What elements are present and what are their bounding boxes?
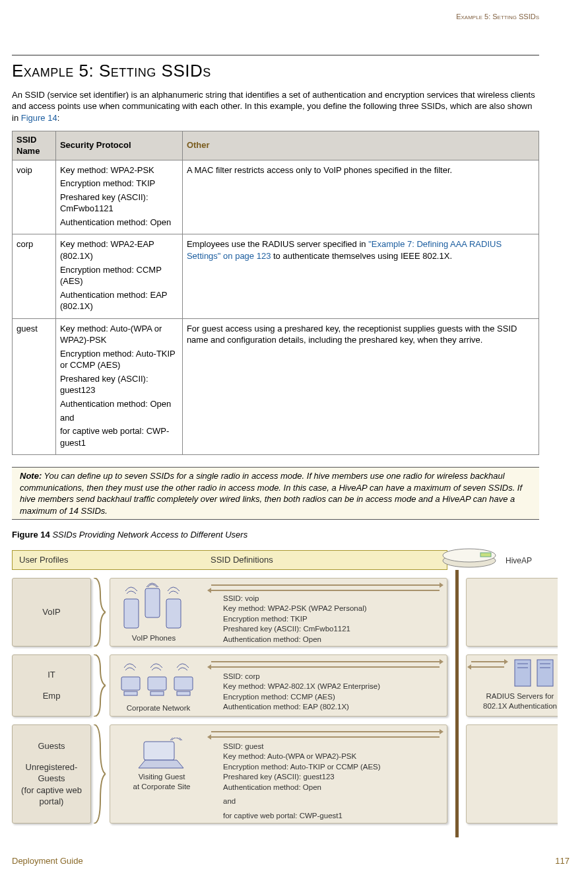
hiveap-label: HiveAP xyxy=(506,555,532,566)
ssid-line: Encryption method: TKIP xyxy=(223,614,367,625)
profile-emp-label: Emp xyxy=(13,690,90,702)
header-ssid-defs: SSID Definitions xyxy=(211,554,273,566)
brace-icon xyxy=(92,724,106,824)
ssid-line: Encryption method: CCMP (AES) xyxy=(223,692,380,703)
voip-phones-label: VoIP Phones xyxy=(124,633,183,644)
svg-rect-3 xyxy=(124,599,139,628)
footer-left: Deployment Guide xyxy=(12,855,83,860)
table-row: corp Key method: WPA2-EAP (802.1X) Encry… xyxy=(13,234,539,318)
rule xyxy=(12,55,539,55)
svg-rect-4 xyxy=(145,588,160,617)
profile-voip: VoIP xyxy=(12,578,91,647)
brace-icon xyxy=(92,654,106,717)
footer: Deployment Guide 117 xyxy=(12,855,558,860)
sec-line: Key method: Auto-(WPA or WPA2)-PSK xyxy=(60,323,178,346)
voip-phones-icon xyxy=(117,582,190,632)
diagram-header-bar: User Profiles SSID Definitions xyxy=(12,550,447,570)
cell-other: A MAC filter restricts access only to Vo… xyxy=(182,160,539,234)
svg-rect-10 xyxy=(174,677,193,690)
profile-voip-label: VoIP xyxy=(13,606,90,618)
vbar xyxy=(455,570,459,837)
svg-rect-8 xyxy=(148,677,166,690)
ssid-line: SSID: guest xyxy=(223,742,381,752)
cell-sec: Key method: Auto-(WPA or WPA2)-PSK Encry… xyxy=(55,318,182,454)
ssid-line: Preshared key (ASCII): CmFwbo1121 xyxy=(223,624,367,635)
ssid-line: SSID: voip xyxy=(223,594,367,604)
visiting-guest-label: Visiting Guest at Corporate Site xyxy=(119,772,205,792)
ssid-line: Authentication method: EAP (802.1X) xyxy=(223,702,380,713)
guest-line2: at Corporate Site xyxy=(119,782,205,792)
page-title: Example 5: Setting SSIDs xyxy=(12,59,539,83)
figure-diagram: User Profiles SSID Definitions HiveAP Vo… xyxy=(12,550,558,847)
ssid-voip-text: SSID: voip Key method: WPA2-PSK (WPA2 Pe… xyxy=(223,594,367,645)
cell-sec: Key method: WPA2-PSK Encryption method: … xyxy=(55,160,182,234)
corporate-network-icon xyxy=(117,658,197,701)
table-row: guest Key method: Auto-(WPA or WPA2)-PSK… xyxy=(13,318,539,454)
svg-rect-5 xyxy=(166,599,181,628)
ssid-corp-text: SSID: corp Key method: WPA2-802.1X (WPA2… xyxy=(223,672,380,713)
other-pre: Employees use the RADIUS server specifie… xyxy=(187,239,368,249)
cell-name: voip xyxy=(13,160,56,234)
ssid-line: Key method: Auto-(WPA or WPA2)-PSK xyxy=(223,752,381,762)
figure-title: SSIDs Providing Network Access to Differ… xyxy=(50,530,247,540)
svg-rect-7 xyxy=(124,691,137,695)
sec-line: Key method: WPA2-EAP (802.1X) xyxy=(60,238,178,262)
sec-line: Authentication method: EAP (802.1X) xyxy=(60,289,178,312)
profile-guest: Guests Unregistered-Guests (for captive … xyxy=(12,724,91,824)
cell-name: guest xyxy=(13,318,56,454)
arrow-icon xyxy=(211,661,440,662)
svg-rect-9 xyxy=(150,691,164,695)
brace-icon xyxy=(92,578,106,647)
arrow-icon xyxy=(211,731,440,732)
ssid-line: Preshared key (ASCII): guest123 xyxy=(223,772,381,783)
arrow-icon xyxy=(211,666,440,668)
th-security: Security Protocol xyxy=(55,131,182,160)
note-label: Note: xyxy=(20,471,42,481)
intro-text: An SSID (service set identifier) is an a… xyxy=(12,90,535,123)
arrow-icon xyxy=(211,736,440,738)
svg-marker-19 xyxy=(139,760,183,768)
corporate-network-label: Corporate Network xyxy=(119,703,198,714)
profile-corp: IT Emp xyxy=(12,654,91,717)
figure-link[interactable]: Figure 14 xyxy=(21,113,57,123)
ssid-line: Encryption method: Auto-TKIP or CCMP (AE… xyxy=(223,762,381,773)
ssid-guest-text: SSID: guest Key method: Auto-(WPA or WPA… xyxy=(223,742,381,822)
sec-line: Authentication method: Open xyxy=(60,398,178,410)
ssid-table: SSID Name Security Protocol Other voip K… xyxy=(12,131,539,456)
ssid-line: Key method: WPA2-802.1X (WPA2 Enterprise… xyxy=(223,682,380,692)
sec-line: Key method: WPA2-PSK xyxy=(60,164,178,176)
note-text: You can define up to seven SSIDs for a s… xyxy=(20,471,522,516)
arrow-icon xyxy=(211,584,440,586)
svg-rect-6 xyxy=(121,677,140,690)
ssid-line: SSID: corp xyxy=(223,672,380,682)
arrow-icon xyxy=(471,666,504,668)
profile-unreg-label: Unregistered-Guests (for captive web por… xyxy=(15,761,88,808)
other-post: to authenticate themselves using IEEE 80… xyxy=(271,251,452,261)
figure-number: Figure 14 xyxy=(12,530,50,540)
sec-line: for captive web portal: CWP-guest1 xyxy=(60,425,178,448)
sec-line: Preshared key (ASCII): CmFwbo1121 xyxy=(60,192,178,215)
radius-server-icon xyxy=(511,656,557,689)
ssid-line: Authentication method: Open xyxy=(223,783,381,793)
th-ssid: SSID Name xyxy=(13,131,56,160)
cell-sec: Key method: WPA2-EAP (802.1X) Encryption… xyxy=(55,234,182,318)
sec-line: Encryption method: Auto-TKIP or CCMP (AE… xyxy=(60,348,178,371)
guest-line1: Visiting Guest xyxy=(119,772,205,783)
ssid-line: Key method: WPA2-PSK (WPA2 Personal) xyxy=(223,604,367,614)
header-user-profiles: User Profiles xyxy=(19,554,68,566)
cell-name: corp xyxy=(13,234,56,318)
ssid-line: and xyxy=(223,796,381,807)
radius-label: RADIUS Servers for 802.1X Authentication xyxy=(474,691,558,712)
ssid-line: for captive web portal: CWP-guest1 xyxy=(223,811,381,822)
footer-page: 117 xyxy=(555,855,558,860)
table-row: voip Key method: WPA2-PSK Encryption met… xyxy=(13,160,539,234)
hiveap-icon xyxy=(440,538,499,570)
cell-other: Employees use the RADIUS server specifie… xyxy=(182,234,539,318)
right-box-guest xyxy=(466,724,558,824)
profile-guests-label: Guests xyxy=(15,740,88,752)
sec-line: Preshared key (ASCII): guest123 xyxy=(60,373,178,396)
arrow-icon xyxy=(211,590,440,591)
sec-line: Authentication method: Open xyxy=(60,217,178,229)
arrow-icon xyxy=(471,661,504,662)
ssid-line: Authentication method: Open xyxy=(223,635,367,645)
